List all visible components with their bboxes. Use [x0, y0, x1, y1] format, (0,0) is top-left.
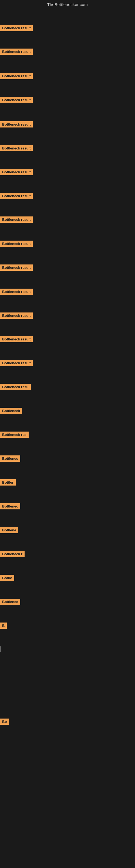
bottleneck-result-button-18[interactable]: Bottleneck res — [0, 432, 29, 438]
bottleneck-result-button-9[interactable]: Bottleneck result — [0, 216, 33, 223]
bottleneck-item-18: Bottleneck res — [0, 432, 29, 438]
cursor-indicator — [0, 646, 1, 652]
bottleneck-item-12: Bottleneck result — [0, 289, 33, 295]
bottleneck-result-button-15[interactable]: Bottleneck result — [0, 360, 33, 366]
bottleneck-item-20: Bottler — [0, 479, 16, 486]
bottleneck-item-21: Bottlenec — [0, 503, 20, 509]
bottleneck-item-6: Bottleneck result — [0, 145, 33, 151]
bottleneck-item-9: Bottleneck result — [0, 216, 33, 223]
bottleneck-item-19: Bottlenec — [0, 456, 20, 462]
bottleneck-item-16: Bottleneck resu — [0, 384, 31, 390]
bottleneck-result-button-21[interactable]: Bottlenec — [0, 503, 20, 509]
bottleneck-item-3: Bottleneck result — [0, 73, 33, 79]
bottleneck-result-button-10[interactable]: Bottleneck result — [0, 241, 33, 247]
bottleneck-result-button-14[interactable]: Bottleneck result — [0, 336, 33, 342]
bottleneck-item-13: Bottleneck result — [0, 312, 33, 319]
bottleneck-result-button-17[interactable]: Bottleneck — [0, 408, 22, 414]
bottleneck-result-button-3[interactable]: Bottleneck result — [0, 73, 33, 79]
bottleneck-item-23: Bottleneck r — [0, 551, 25, 557]
bottleneck-result-button-19[interactable]: Bottlenec — [0, 456, 20, 462]
bottleneck-item-4: Bottleneck result — [0, 97, 33, 103]
bottleneck-item-8: Bottleneck result — [0, 193, 33, 199]
bottleneck-result-button-23[interactable]: Bottleneck r — [0, 551, 25, 557]
bottleneck-result-button-4[interactable]: Bottleneck result — [0, 97, 33, 103]
bottleneck-item-5: Bottleneck result — [0, 121, 33, 127]
bottleneck-item-1: Bottleneck result — [0, 25, 33, 31]
bottleneck-item-15: Bottleneck result — [0, 360, 33, 366]
bottleneck-result-button-6[interactable]: Bottleneck result — [0, 145, 33, 151]
bottleneck-result-button-8[interactable]: Bottleneck result — [0, 193, 33, 199]
bottleneck-item-25: Bottlenec — [0, 599, 20, 605]
bottleneck-result-button-13[interactable]: Bottleneck result — [0, 312, 33, 319]
bottleneck-result-button-28[interactable]: Bo — [0, 718, 9, 725]
bottleneck-item-26: B — [0, 622, 7, 629]
bottleneck-item-28: Bo — [0, 718, 9, 725]
bottleneck-result-button-16[interactable]: Bottleneck resu — [0, 384, 31, 390]
bottleneck-result-button-2[interactable]: Bottleneck result — [0, 49, 33, 55]
bottleneck-item-10: Bottleneck result — [0, 241, 33, 247]
bottleneck-result-button-12[interactable]: Bottleneck result — [0, 289, 33, 295]
bottleneck-result-button-11[interactable]: Bottleneck result — [0, 265, 33, 271]
bottleneck-item-14: Bottleneck result — [0, 336, 33, 342]
bottleneck-result-button-7[interactable]: Bottleneck result — [0, 169, 33, 175]
bottleneck-item-2: Bottleneck result — [0, 49, 33, 55]
bottleneck-item-11: Bottleneck result — [0, 265, 33, 271]
bottleneck-item-24: Bottle — [0, 575, 14, 581]
bottleneck-item-17: Bottleneck — [0, 408, 22, 414]
bottleneck-result-button-26[interactable]: B — [0, 622, 7, 629]
bottleneck-result-button-25[interactable]: Bottlenec — [0, 599, 20, 605]
bottleneck-result-button-1[interactable]: Bottleneck result — [0, 25, 33, 31]
bottleneck-item-22: Bottlene — [0, 527, 18, 533]
bottleneck-item-7: Bottleneck result — [0, 169, 33, 175]
bottleneck-result-button-5[interactable]: Bottleneck result — [0, 121, 33, 127]
site-header: TheBottlenecker.com — [0, 0, 135, 9]
bottleneck-result-button-24[interactable]: Bottle — [0, 575, 14, 581]
bottleneck-result-button-22[interactable]: Bottlene — [0, 527, 18, 533]
bottleneck-result-button-20[interactable]: Bottler — [0, 479, 16, 486]
bottleneck-item-27 — [0, 646, 1, 652]
